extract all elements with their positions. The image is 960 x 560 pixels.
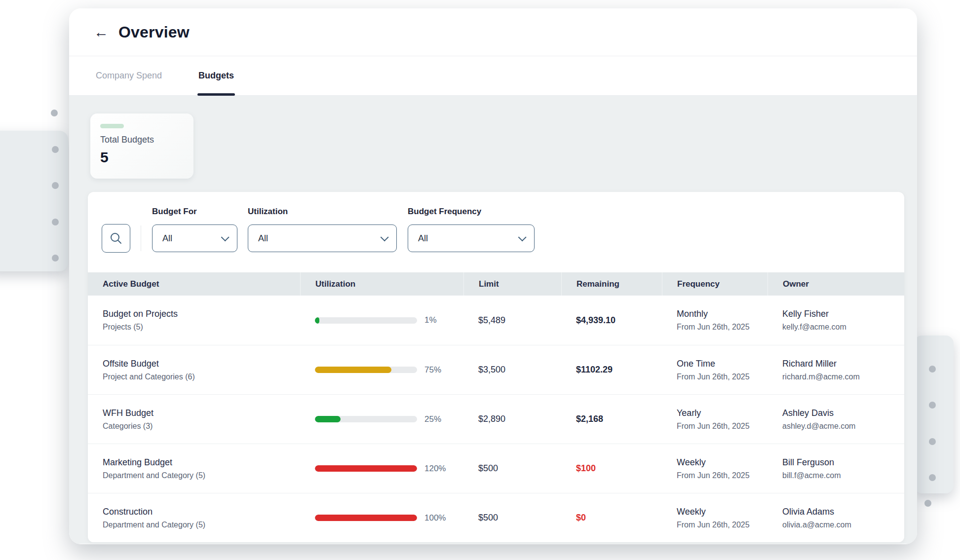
table-header: Active Budget Utilization Limit Remainin… [88,272,904,296]
remaining-value: $0 [561,513,662,523]
deco-dot [52,219,59,225]
frequency-value: Monthly [677,309,768,319]
frequency-value: Yearly [677,408,768,418]
owner-email: bill.f@acme.com [782,471,904,480]
column-header-frequency: Frequency [662,272,768,296]
utilization-fill [315,317,319,324]
budget-for-select[interactable]: All [152,224,237,252]
utilization-percent: 25% [424,414,441,424]
frequency-value: Weekly [677,457,768,468]
deco-dot [52,146,59,153]
owner-cell: Olivia Adams olivia.a@acme.com [768,507,904,529]
budgets-content: Total Budgets 5 Budget For Utilization B… [69,96,917,544]
remaining-value: $100 [561,463,662,474]
column-header-limit: Limit [463,272,561,296]
utilization-fill [315,465,417,472]
budget-frequency-label: Budget Frequency [408,207,481,217]
owner-email: richard.m@acme.com [782,373,904,381]
limit-value: $5,489 [463,315,561,326]
app-header: ← Overview [69,8,917,56]
budget-name: Construction [103,507,300,517]
background-panel-left [0,131,68,271]
summary-value: 5 [100,149,184,166]
budget-cell: Budget on Projects Projects (5) [88,309,300,332]
utilization-cell: 1% [300,315,463,325]
remaining-value: $2,168 [561,414,662,424]
total-budgets-card: Total Budgets 5 [90,113,193,179]
column-header-active-budget: Active Budget [88,272,300,296]
budget-cell: Construction Department and Category (5) [88,507,300,529]
frequency-cell: Monthly From Jun 26th, 2025 [662,309,768,332]
summary-accent-bar [100,124,124,128]
page: ← Overview Company Spend Budgets Total B… [0,0,960,560]
table-row[interactable]: Marketing Budget Department and Category… [88,444,904,493]
owner-email: olivia.a@acme.com [782,521,904,529]
summary-label: Total Budgets [100,135,184,145]
utilization-bar [315,317,417,324]
table-row[interactable]: WFH Budget Categories (3) 25% $2,890 $2,… [88,394,904,444]
owner-name: Ashley Davis [782,408,904,418]
utilization-cell: 75% [300,365,463,375]
utilization-fill [315,367,391,373]
utilization-bar [315,367,417,373]
budget-scope: Department and Category (5) [103,471,300,480]
utilization-fill [315,416,341,422]
frequency-from: From Jun 26th, 2025 [677,521,768,529]
background-panel-right [914,336,954,493]
owner-cell: Kelly Fisher kelly.f@acme.com [768,309,904,332]
budget-name: WFH Budget [103,408,300,418]
budget-for-value: All [162,233,172,244]
frequency-value: One Time [677,359,768,369]
utilization-select[interactable]: All [248,224,397,252]
owner-email: kelly.f@acme.com [782,323,904,332]
table-body: Budget on Projects Projects (5) 1% $5,48… [88,296,904,542]
column-header-utilization: Utilization [300,272,463,296]
utilization-cell: 25% [300,414,463,424]
budgets-panel: Budget For Utilization Budget Frequency … [88,192,904,542]
owner-name: Olivia Adams [782,507,904,517]
table-row[interactable]: Offsite Budget Project and Categories (6… [88,345,904,394]
owner-name: Richard Miller [782,359,904,369]
filter-divider [141,225,141,251]
frequency-cell: Yearly From Jun 26th, 2025 [662,408,768,431]
owner-cell: Ashley Davis ashley.d@acme.com [768,408,904,431]
utilization-percent: 75% [424,365,441,375]
tabbar: Company Spend Budgets [69,56,917,96]
utilization-percent: 120% [424,464,446,474]
budget-name: Budget on Projects [103,309,300,319]
frequency-from: From Jun 26th, 2025 [677,323,768,332]
table-row[interactable]: Budget on Projects Projects (5) 1% $5,48… [88,296,904,345]
tab-company-spend[interactable]: Company Spend [86,56,172,95]
back-button[interactable]: ← [93,24,110,40]
utilization-cell: 100% [300,513,463,523]
frequency-from: From Jun 26th, 2025 [677,422,768,431]
budget-cell: WFH Budget Categories (3) [88,408,300,431]
page-title: Overview [118,23,190,41]
frequency-from: From Jun 26th, 2025 [677,373,768,381]
owner-name: Bill Ferguson [782,457,904,468]
deco-dot [929,474,936,481]
owner-email: ashley.d@acme.com [782,422,904,431]
frequency-cell: One Time From Jun 26th, 2025 [662,359,768,381]
deco-dot [924,500,931,507]
chevron-down-icon [221,233,230,241]
limit-value: $500 [463,463,561,474]
deco-dot [52,182,59,189]
column-header-owner: Owner [768,272,904,296]
frequency-cell: Weekly From Jun 26th, 2025 [662,507,768,529]
frequency-from: From Jun 26th, 2025 [677,471,768,480]
tab-budgets[interactable]: Budgets [189,56,244,95]
budget-cell: Marketing Budget Department and Category… [88,457,300,480]
utilization-fill [315,515,417,521]
deco-dot [52,255,59,261]
table-row[interactable]: Construction Department and Category (5)… [88,493,904,542]
utilization-bar [315,465,417,472]
budget-frequency-select[interactable]: All [408,224,535,252]
column-header-remaining: Remaining [561,272,662,296]
overview-window: ← Overview Company Spend Budgets Total B… [69,8,917,544]
budget-name: Marketing Budget [103,457,300,468]
chevron-down-icon [518,233,527,241]
frequency-value: Weekly [677,507,768,517]
search-button[interactable] [102,224,130,253]
budget-frequency-value: All [418,233,428,244]
